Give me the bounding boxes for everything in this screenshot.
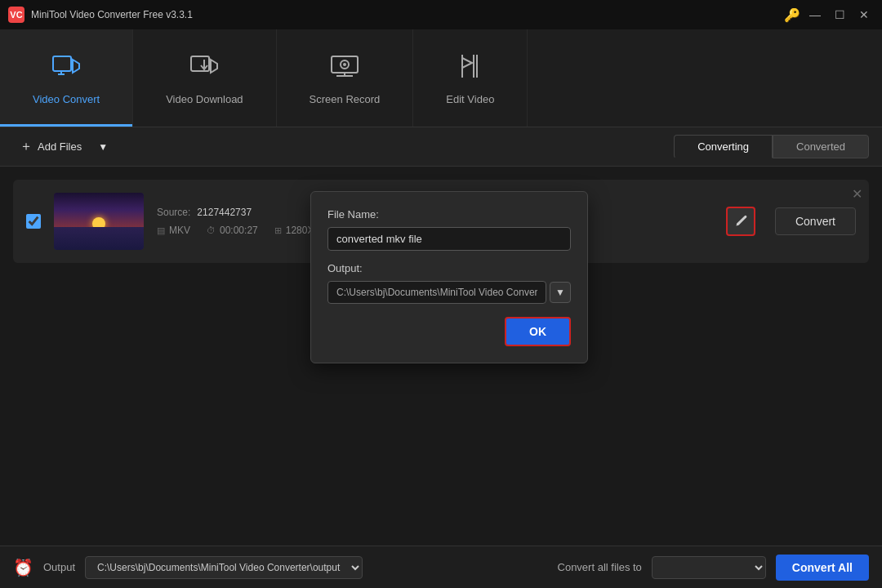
svg-rect-0: [53, 56, 71, 71]
tab-converted[interactable]: Converted: [773, 135, 869, 158]
nav-label-edit-video: Edit Video: [446, 93, 494, 105]
title-bar: VC MiniTool Video Converter Free v3.3.1 …: [0, 0, 882, 29]
bottom-bar: ⏰ Output C:\Users\bj\Documents\MiniTool …: [0, 546, 882, 588]
output-label: Output: [43, 561, 75, 573]
nav-item-screen-record[interactable]: Screen Record: [277, 29, 414, 127]
key-icon: 🔑: [784, 7, 800, 23]
convert-all-label: Convert all files to: [558, 561, 642, 573]
nav-label-video-download: Video Download: [166, 93, 243, 105]
toolbar: ＋ Add Files ▼ Converting Converted: [0, 127, 882, 167]
add-files-label: Add Files: [38, 140, 82, 153]
nav-item-edit-video[interactable]: Edit Video: [413, 29, 528, 127]
maximize-button[interactable]: ☐: [830, 5, 849, 24]
filename-label: File Name:: [327, 208, 571, 220]
output-label: Output:: [327, 262, 571, 274]
dialog-ok-button[interactable]: OK: [505, 317, 571, 346]
dialog-output-dropdown-button[interactable]: ▼: [550, 282, 571, 303]
svg-rect-4: [191, 56, 209, 71]
convert-all-format-select[interactable]: [652, 556, 766, 579]
dialog-output-path-input[interactable]: [327, 281, 546, 304]
add-files-dropdown-button[interactable]: ▼: [95, 138, 111, 156]
rename-dialog: File Name: Output: ▼ OK: [310, 191, 588, 363]
convert-all-button[interactable]: Convert All: [776, 555, 869, 581]
nav-item-video-convert[interactable]: Video Convert: [0, 29, 133, 127]
add-icon: ＋: [20, 138, 33, 155]
add-files-button[interactable]: ＋ Add Files: [13, 135, 88, 158]
nav-label-video-convert: Video Convert: [33, 93, 100, 105]
edit-video-icon: [456, 51, 485, 87]
svg-point-11: [343, 63, 346, 66]
nav-item-video-download[interactable]: Video Download: [133, 29, 276, 127]
tab-bar: Converting Converted: [674, 135, 869, 158]
minimize-button[interactable]: —: [805, 5, 825, 24]
top-nav: Video Convert Video Download Screen Reco…: [0, 29, 882, 127]
dialog-overlay: File Name: Output: ▼ OK: [0, 167, 882, 546]
close-button[interactable]: ✕: [854, 5, 874, 24]
main-content: Source: 2127442737 ▤ MKV ⏱ 00:00:27 ⊞ 12…: [0, 167, 882, 546]
output-path-select[interactable]: C:\Users\bj\Documents\MiniTool Video Con…: [85, 556, 363, 579]
video-download-icon: [189, 51, 219, 87]
svg-marker-1: [73, 60, 79, 73]
tab-converting[interactable]: Converting: [674, 135, 773, 158]
app-logo: VC: [8, 7, 24, 23]
svg-marker-5: [211, 60, 217, 73]
clock-icon: ⏰: [13, 558, 33, 577]
dialog-output-row: ▼: [327, 281, 571, 304]
titlebar-left: VC MiniTool Video Converter Free v3.3.1: [8, 7, 193, 23]
video-convert-icon: [51, 51, 81, 87]
titlebar-controls: 🔑 — ☐ ✕: [784, 5, 874, 24]
app-title: MiniTool Video Converter Free v3.3.1: [31, 9, 193, 20]
filename-input[interactable]: [327, 227, 571, 251]
nav-label-screen-record: Screen Record: [310, 93, 381, 105]
screen-record-icon: [330, 51, 359, 87]
